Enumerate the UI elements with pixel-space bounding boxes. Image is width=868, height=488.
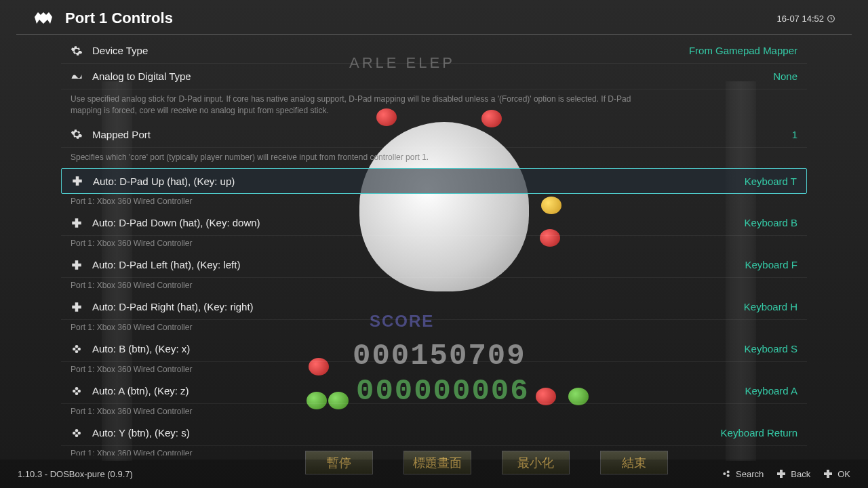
- clock: 16-07 14:52: [777, 14, 835, 24]
- mapped-port-help-text: Specifies which 'core' port (typically p…: [61, 148, 671, 169]
- binding-value: Keyboard B: [745, 217, 797, 228]
- svg-point-2: [75, 345, 79, 348]
- dpad-icon: [71, 259, 83, 271]
- device-type-value: From Gamepad Mapper: [689, 45, 797, 56]
- row-mapped-port[interactable]: Mapped Port 1: [61, 122, 807, 148]
- binding-subtext: Port 1: Xbox 360 Wired Controller: [61, 320, 807, 336]
- clock-icon: [827, 14, 835, 23]
- dpad-icon: [823, 468, 833, 479]
- analog-type-label: Analog to Digital Type: [92, 70, 191, 82]
- binding-subtext: Port 1: Xbox 360 Wired Controller: [61, 446, 807, 455]
- svg-point-17: [723, 472, 726, 475]
- binding-row[interactable]: Auto: B (btn), (Key: x)Keyboard S: [61, 336, 807, 362]
- binding-label: Auto: Y (btn), (Key: s): [92, 427, 190, 439]
- svg-point-6: [75, 387, 79, 390]
- gear-icon: [71, 128, 83, 140]
- clock-text: 16-07 14:52: [777, 14, 824, 24]
- binding-row[interactable]: Auto: D-Pad Right (hat), (Key: right)Key…: [61, 294, 807, 320]
- svg-point-5: [73, 390, 76, 393]
- binding-row[interactable]: Auto: D-Pad Up (hat), (Key: up)Keyboard …: [61, 168, 807, 194]
- binding-subtext: Port 1: Xbox 360 Wired Controller: [61, 278, 807, 294]
- settings-list: Device Type From Gamepad Mapper Analog t…: [61, 38, 807, 455]
- footer-back[interactable]: Back: [776, 468, 810, 479]
- mapped-port-value: 1: [792, 129, 797, 140]
- svg-point-12: [75, 434, 79, 437]
- svg-point-19: [727, 474, 730, 477]
- binding-label: Auto: D-Pad Up (hat), (Key: up): [93, 176, 235, 187]
- binding-value: Keyboard F: [745, 259, 797, 270]
- buttons-icon: [721, 468, 732, 479]
- binding-value: Keyboard S: [745, 343, 797, 354]
- binding-row[interactable]: Auto: D-Pad Left (hat), (Key: left)Keybo…: [61, 252, 807, 278]
- row-device-type[interactable]: Device Type From Gamepad Mapper: [61, 38, 807, 64]
- binding-subtext: Port 1: Xbox 360 Wired Controller: [61, 236, 807, 252]
- binding-label: Auto: A (btn), (Key: z): [92, 385, 189, 396]
- face-buttons-icon: [71, 427, 83, 439]
- binding-row[interactable]: Auto: D-Pad Down (hat), (Key: down)Keybo…: [61, 210, 807, 236]
- dpad-icon: [71, 301, 83, 313]
- gear-icon: [71, 45, 83, 57]
- footer-ok[interactable]: OK: [823, 468, 850, 479]
- svg-point-10: [75, 429, 79, 432]
- binding-subtext: Port 1: Xbox 360 Wired Controller: [61, 362, 807, 378]
- binding-value: Keyboard T: [745, 176, 797, 187]
- version-text: 1.10.3 - DOSBox-pure (0.9.7): [18, 469, 133, 479]
- binding-label: Auto: D-Pad Right (hat), (Key: right): [92, 301, 254, 312]
- binding-value: Keyboard Return: [721, 427, 797, 439]
- binding-value: Keyboard A: [745, 385, 797, 396]
- svg-point-3: [78, 348, 81, 351]
- analog-help-text: Use specified analog stick for D-Pad inp…: [61, 89, 671, 122]
- binding-row[interactable]: Auto: Y (btn), (Key: s)Keyboard Return: [61, 420, 807, 446]
- svg-point-18: [727, 470, 730, 473]
- binding-label: Auto: D-Pad Left (hat), (Key: left): [92, 259, 240, 270]
- footer-search-label: Search: [736, 469, 764, 479]
- binding-value: Keyboard H: [744, 301, 797, 312]
- dpad-icon: [71, 217, 83, 229]
- row-analog-type[interactable]: Analog to Digital Type None: [61, 64, 807, 89]
- page-title: Port 1 Controls: [65, 9, 173, 27]
- footer-back-label: Back: [791, 469, 810, 479]
- svg-point-4: [75, 350, 79, 353]
- binding-subtext: Port 1: Xbox 360 Wired Controller: [61, 194, 807, 210]
- analog-icon: [71, 70, 83, 83]
- face-buttons-icon: [71, 385, 83, 397]
- binding-label: Auto: B (btn), (Key: x): [92, 343, 190, 354]
- dpad-icon: [71, 175, 83, 187]
- svg-point-8: [75, 392, 79, 395]
- dpad-icon: [776, 468, 787, 479]
- face-buttons-icon: [71, 343, 83, 355]
- svg-point-1: [73, 348, 76, 351]
- footer-ok-label: OK: [837, 469, 850, 479]
- analog-type-value: None: [773, 70, 797, 82]
- svg-point-7: [78, 390, 81, 393]
- header: Port 1 Controls 16-07 14:52: [16, 0, 852, 35]
- mapped-port-label: Mapped Port: [92, 129, 151, 140]
- svg-point-11: [78, 432, 81, 435]
- device-type-label: Device Type: [92, 45, 148, 56]
- binding-row[interactable]: Auto: A (btn), (Key: z)Keyboard A: [61, 378, 807, 404]
- binding-subtext: Port 1: Xbox 360 Wired Controller: [61, 404, 807, 420]
- footer: 1.10.3 - DOSBox-pure (0.9.7) Search Back…: [0, 460, 868, 488]
- footer-search[interactable]: Search: [721, 468, 764, 479]
- svg-point-9: [73, 432, 76, 435]
- retroarch-logo-icon: [33, 10, 54, 26]
- binding-label: Auto: D-Pad Down (hat), (Key: down): [92, 217, 260, 228]
